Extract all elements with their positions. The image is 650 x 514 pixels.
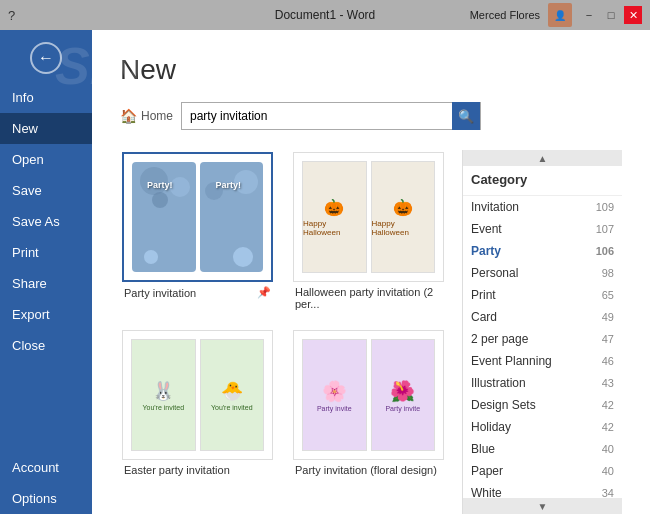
- category-count: 40: [602, 443, 614, 455]
- category-label: White: [471, 486, 502, 498]
- home-label[interactable]: Home: [141, 109, 173, 123]
- category-item-blue[interactable]: Blue 40: [463, 438, 622, 460]
- category-label: Illustration: [471, 376, 526, 390]
- category-item-paper[interactable]: Paper 40: [463, 460, 622, 482]
- category-count: 98: [602, 267, 614, 279]
- easter-card-1: 🐰 You're invited: [131, 339, 196, 451]
- back-button[interactable]: ←: [26, 38, 66, 78]
- category-scroll: Category Invitation 109 Event 107 Party …: [463, 166, 622, 498]
- user-avatar: 👤: [548, 3, 572, 27]
- template-grid: Party! Party!: [120, 150, 446, 494]
- template-label-easter: Easter party invitation: [122, 464, 273, 476]
- search-row: 🏠 Home 🔍: [120, 102, 622, 130]
- category-header: Category: [463, 166, 622, 196]
- window-title: Document1 - Word: [275, 8, 375, 22]
- category-count: 47: [602, 333, 614, 345]
- sidebar-item-share[interactable]: Share: [0, 268, 92, 299]
- sidebar-item-account[interactable]: Account: [0, 452, 92, 483]
- template-card-halloween[interactable]: 🎃 Happy Halloween 🎃 Happy Halloween Ha: [291, 150, 446, 312]
- halloween-label-text: Halloween party invitation (2 per...: [295, 286, 442, 310]
- search-input[interactable]: [182, 103, 452, 129]
- category-item-2perpage[interactable]: 2 per page 47: [463, 328, 622, 350]
- category-count: 106: [596, 245, 614, 257]
- party-card-1: Party!: [132, 162, 196, 272]
- template-label-floral: Party invitation (floral design): [293, 464, 444, 476]
- category-count: 42: [602, 421, 614, 433]
- party-label-text: Party invitation: [124, 287, 257, 299]
- content-area: New 🏠 Home 🔍: [92, 30, 650, 514]
- search-button[interactable]: 🔍: [452, 102, 480, 130]
- category-label: Print: [471, 288, 496, 302]
- pin-icon[interactable]: 📌: [257, 286, 271, 299]
- category-panel: ▲ Category Invitation 109 Event 107 Part…: [462, 150, 622, 514]
- template-thumb-halloween: 🎃 Happy Halloween 🎃 Happy Halloween: [293, 152, 444, 282]
- category-count: 43: [602, 377, 614, 389]
- category-item-invitation[interactable]: Invitation 109: [463, 196, 622, 218]
- category-item-card[interactable]: Card 49: [463, 306, 622, 328]
- floral-card-1: 🌸 Party invite: [302, 339, 367, 451]
- category-count: 107: [596, 223, 614, 235]
- close-button[interactable]: ✕: [624, 6, 642, 24]
- halloween-card-2: 🎃 Happy Halloween: [371, 161, 436, 273]
- category-count: 34: [602, 487, 614, 498]
- sidebar-item-export[interactable]: Export: [0, 299, 92, 330]
- title-bar: ? Document1 - Word Merced Flores 👤 − □ ✕: [0, 0, 650, 30]
- template-card-floral[interactable]: 🌸 Party invite 🌺 Party invite Party in: [291, 328, 446, 478]
- category-label: 2 per page: [471, 332, 528, 346]
- category-item-design-sets[interactable]: Design Sets 42: [463, 394, 622, 416]
- category-scroll-up[interactable]: ▲: [463, 150, 622, 166]
- sidebar-item-info[interactable]: Info: [0, 82, 92, 113]
- floral-preview: 🌸 Party invite 🌺 Party invite: [294, 331, 443, 459]
- category-count: 109: [596, 201, 614, 213]
- template-thumb-floral: 🌸 Party invite 🌺 Party invite: [293, 330, 444, 460]
- category-count: 46: [602, 355, 614, 367]
- page-title: New: [120, 54, 622, 86]
- sidebar-item-save-as[interactable]: Save As: [0, 206, 92, 237]
- category-count: 40: [602, 465, 614, 477]
- help-button[interactable]: ?: [8, 8, 15, 23]
- sidebar-item-print[interactable]: Print: [0, 237, 92, 268]
- category-item-white[interactable]: White 34: [463, 482, 622, 498]
- category-label: Paper: [471, 464, 503, 478]
- category-item-personal[interactable]: Personal 98: [463, 262, 622, 284]
- party-card-2: Party!: [200, 162, 264, 272]
- template-card-party[interactable]: Party! Party!: [120, 150, 275, 312]
- template-card-easter[interactable]: 🐰 You're invited 🐣 You're invited East: [120, 328, 275, 478]
- home-icon: 🏠: [120, 108, 137, 124]
- category-label: Party: [471, 244, 501, 258]
- category-item-event[interactable]: Event 107: [463, 218, 622, 240]
- window-controls[interactable]: − □ ✕: [580, 6, 642, 24]
- category-label: Event Planning: [471, 354, 552, 368]
- sidebar-item-new[interactable]: New: [0, 113, 92, 144]
- category-scroll-down[interactable]: ▼: [463, 498, 622, 514]
- maximize-button[interactable]: □: [602, 6, 620, 24]
- category-item-print[interactable]: Print 65: [463, 284, 622, 306]
- easter-preview: 🐰 You're invited 🐣 You're invited: [123, 331, 272, 459]
- category-label: Card: [471, 310, 497, 324]
- sidebar-item-save[interactable]: Save: [0, 175, 92, 206]
- main-split: Party! Party!: [120, 150, 622, 514]
- floral-card-2: 🌺 Party invite: [371, 339, 436, 451]
- template-label-party: Party invitation 📌: [122, 286, 273, 299]
- category-item-party[interactable]: Party 106: [463, 240, 622, 262]
- sidebar-item-open[interactable]: Open: [0, 144, 92, 175]
- category-item-holiday[interactable]: Holiday 42: [463, 416, 622, 438]
- category-label: Holiday: [471, 420, 511, 434]
- sidebar-item-close[interactable]: Close: [0, 330, 92, 361]
- sidebar-item-options[interactable]: Options: [0, 483, 92, 514]
- home-link[interactable]: 🏠 Home: [120, 108, 173, 124]
- category-label: Design Sets: [471, 398, 536, 412]
- category-label: Personal: [471, 266, 518, 280]
- user-info: ?: [8, 8, 23, 23]
- minimize-button[interactable]: −: [580, 6, 598, 24]
- category-count: 49: [602, 311, 614, 323]
- templates-area: Party! Party!: [120, 150, 454, 514]
- easter-label-text: Easter party invitation: [124, 464, 271, 476]
- halloween-preview: 🎃 Happy Halloween 🎃 Happy Halloween: [294, 153, 443, 281]
- back-icon: ←: [30, 42, 62, 74]
- template-thumb-party: Party! Party!: [122, 152, 273, 282]
- category-item-event-planning[interactable]: Event Planning 46: [463, 350, 622, 372]
- category-label: Invitation: [471, 200, 519, 214]
- category-label: Blue: [471, 442, 495, 456]
- category-item-illustration[interactable]: Illustration 43: [463, 372, 622, 394]
